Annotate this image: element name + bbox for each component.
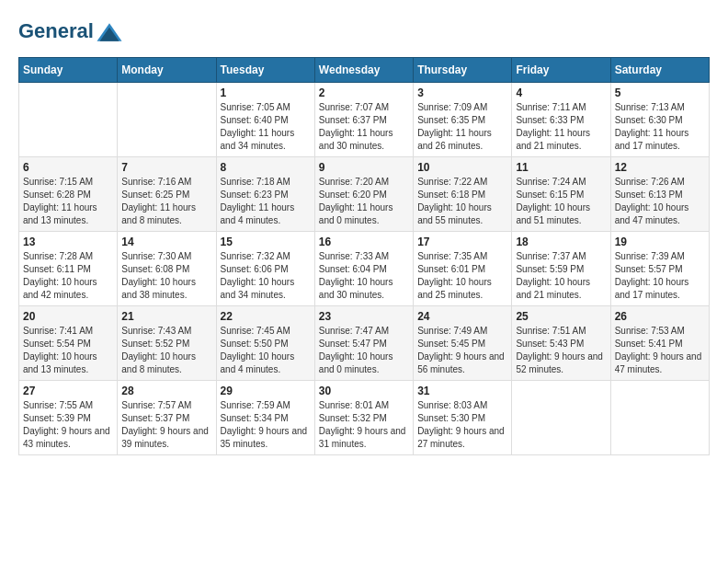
day-number: 11 — [516, 161, 606, 174]
day-number: 12 — [615, 161, 705, 174]
weekday-header-saturday: Saturday — [610, 58, 709, 83]
calendar-cell: 10Sunrise: 7:22 AM Sunset: 6:18 PM Dayli… — [414, 157, 512, 232]
calendar-cell: 9Sunrise: 7:20 AM Sunset: 6:20 PM Daylig… — [314, 157, 413, 232]
calendar-cell: 15Sunrise: 7:32 AM Sunset: 6:06 PM Dayli… — [216, 232, 314, 306]
calendar-cell: 12Sunrise: 7:26 AM Sunset: 6:13 PM Dayli… — [610, 157, 709, 232]
calendar-cell: 29Sunrise: 7:59 AM Sunset: 5:34 PM Dayli… — [216, 381, 314, 455]
calendar-cell: 8Sunrise: 7:18 AM Sunset: 6:23 PM Daylig… — [216, 157, 314, 232]
day-info: Sunrise: 7:35 AM Sunset: 6:01 PM Dayligh… — [417, 250, 507, 302]
day-info: Sunrise: 7:32 AM Sunset: 6:06 PM Dayligh… — [221, 250, 311, 302]
day-number: 7 — [121, 161, 211, 174]
day-info: Sunrise: 7:57 AM Sunset: 5:37 PM Dayligh… — [121, 399, 211, 451]
day-info: Sunrise: 7:39 AM Sunset: 5:57 PM Dayligh… — [615, 250, 705, 302]
calendar-cell: 2Sunrise: 7:07 AM Sunset: 6:37 PM Daylig… — [314, 83, 413, 157]
day-info: Sunrise: 7:13 AM Sunset: 6:30 PM Dayligh… — [615, 101, 705, 153]
day-info: Sunrise: 7:45 AM Sunset: 5:50 PM Dayligh… — [221, 325, 311, 376]
day-number: 19 — [615, 236, 705, 248]
calendar-cell: 6Sunrise: 7:15 AM Sunset: 6:28 PM Daylig… — [19, 157, 118, 232]
day-info: Sunrise: 7:28 AM Sunset: 6:11 PM Dayligh… — [23, 250, 113, 302]
day-info: Sunrise: 7:20 AM Sunset: 6:20 PM Dayligh… — [319, 176, 409, 227]
day-number: 5 — [615, 86, 705, 99]
calendar-cell: 26Sunrise: 7:53 AM Sunset: 5:41 PM Dayli… — [610, 306, 709, 381]
calendar-cell: 11Sunrise: 7:24 AM Sunset: 6:15 PM Dayli… — [512, 157, 610, 232]
calendar-cell: 22Sunrise: 7:45 AM Sunset: 5:50 PM Dayli… — [216, 306, 314, 381]
calendar-cell: 25Sunrise: 7:51 AM Sunset: 5:43 PM Dayli… — [512, 306, 610, 381]
day-info: Sunrise: 8:03 AM Sunset: 5:30 PM Dayligh… — [417, 399, 507, 451]
day-info: Sunrise: 7:41 AM Sunset: 5:54 PM Dayligh… — [23, 325, 113, 376]
day-number: 24 — [417, 310, 507, 323]
calendar-cell: 21Sunrise: 7:43 AM Sunset: 5:52 PM Dayli… — [118, 306, 216, 381]
calendar-cell: 31Sunrise: 8:03 AM Sunset: 5:30 PM Dayli… — [414, 381, 512, 455]
day-info: Sunrise: 7:24 AM Sunset: 6:15 PM Dayligh… — [516, 176, 606, 227]
day-info: Sunrise: 7:30 AM Sunset: 6:08 PM Dayligh… — [121, 250, 211, 302]
day-number: 10 — [417, 161, 507, 174]
day-info: Sunrise: 7:09 AM Sunset: 6:35 PM Dayligh… — [417, 101, 507, 153]
day-number: 8 — [221, 161, 311, 174]
day-info: Sunrise: 7:51 AM Sunset: 5:43 PM Dayligh… — [516, 325, 606, 376]
day-number: 4 — [516, 86, 606, 99]
day-number: 23 — [319, 310, 409, 323]
logo-text: General — [18, 18, 123, 46]
day-number: 17 — [417, 236, 507, 248]
day-number: 20 — [23, 310, 113, 323]
day-info: Sunrise: 7:16 AM Sunset: 6:25 PM Dayligh… — [121, 176, 211, 227]
day-number: 18 — [516, 236, 606, 248]
day-info: Sunrise: 7:11 AM Sunset: 6:33 PM Dayligh… — [516, 101, 606, 153]
calendar-cell: 28Sunrise: 7:57 AM Sunset: 5:37 PM Dayli… — [118, 381, 216, 455]
calendar-cell: 27Sunrise: 7:55 AM Sunset: 5:39 PM Dayli… — [19, 381, 118, 455]
day-number: 21 — [121, 310, 211, 323]
day-number: 30 — [319, 385, 409, 397]
day-info: Sunrise: 8:01 AM Sunset: 5:32 PM Dayligh… — [319, 399, 409, 451]
calendar-cell: 16Sunrise: 7:33 AM Sunset: 6:04 PM Dayli… — [314, 232, 413, 306]
day-number: 26 — [615, 310, 705, 323]
day-info: Sunrise: 7:05 AM Sunset: 6:40 PM Dayligh… — [221, 101, 311, 153]
calendar-cell — [512, 381, 610, 455]
day-number: 13 — [23, 236, 113, 248]
day-info: Sunrise: 7:18 AM Sunset: 6:23 PM Dayligh… — [221, 176, 311, 227]
day-number: 25 — [516, 310, 606, 323]
weekday-header-sunday: Sunday — [19, 58, 118, 83]
calendar-cell: 30Sunrise: 8:01 AM Sunset: 5:32 PM Dayli… — [314, 381, 413, 455]
day-info: Sunrise: 7:47 AM Sunset: 5:47 PM Dayligh… — [319, 325, 409, 376]
logo: General — [18, 18, 123, 42]
day-number: 14 — [121, 236, 211, 248]
day-number: 15 — [221, 236, 311, 248]
weekday-header-thursday: Thursday — [414, 58, 512, 83]
calendar-cell — [118, 83, 216, 157]
calendar-cell: 14Sunrise: 7:30 AM Sunset: 6:08 PM Dayli… — [118, 232, 216, 306]
day-number: 16 — [319, 236, 409, 248]
day-number: 28 — [121, 385, 211, 397]
day-info: Sunrise: 7:26 AM Sunset: 6:13 PM Dayligh… — [615, 176, 705, 227]
calendar-cell — [610, 381, 709, 455]
day-info: Sunrise: 7:33 AM Sunset: 6:04 PM Dayligh… — [319, 250, 409, 302]
day-info: Sunrise: 7:15 AM Sunset: 6:28 PM Dayligh… — [23, 176, 113, 227]
day-number: 2 — [319, 86, 409, 99]
calendar-table: SundayMondayTuesdayWednesdayThursdayFrid… — [18, 57, 710, 455]
calendar-cell: 18Sunrise: 7:37 AM Sunset: 5:59 PM Dayli… — [512, 232, 610, 306]
calendar-cell: 17Sunrise: 7:35 AM Sunset: 6:01 PM Dayli… — [414, 232, 512, 306]
calendar-cell: 23Sunrise: 7:47 AM Sunset: 5:47 PM Dayli… — [314, 306, 413, 381]
calendar-cell: 19Sunrise: 7:39 AM Sunset: 5:57 PM Dayli… — [610, 232, 709, 306]
day-number: 6 — [23, 161, 113, 174]
page-header: General — [18, 18, 710, 42]
weekday-header-friday: Friday — [512, 58, 610, 83]
day-info: Sunrise: 7:22 AM Sunset: 6:18 PM Dayligh… — [417, 176, 507, 227]
day-number: 27 — [23, 385, 113, 397]
calendar-cell: 1Sunrise: 7:05 AM Sunset: 6:40 PM Daylig… — [216, 83, 314, 157]
day-number: 22 — [221, 310, 311, 323]
calendar-cell: 20Sunrise: 7:41 AM Sunset: 5:54 PM Dayli… — [19, 306, 118, 381]
calendar-cell: 24Sunrise: 7:49 AM Sunset: 5:45 PM Dayli… — [414, 306, 512, 381]
day-info: Sunrise: 7:43 AM Sunset: 5:52 PM Dayligh… — [121, 325, 211, 376]
weekday-header-tuesday: Tuesday — [216, 58, 314, 83]
calendar-cell: 13Sunrise: 7:28 AM Sunset: 6:11 PM Dayli… — [19, 232, 118, 306]
day-info: Sunrise: 7:55 AM Sunset: 5:39 PM Dayligh… — [23, 399, 113, 451]
calendar-cell: 3Sunrise: 7:09 AM Sunset: 6:35 PM Daylig… — [414, 83, 512, 157]
day-info: Sunrise: 7:53 AM Sunset: 5:41 PM Dayligh… — [615, 325, 705, 376]
calendar-cell: 7Sunrise: 7:16 AM Sunset: 6:25 PM Daylig… — [118, 157, 216, 232]
day-info: Sunrise: 7:49 AM Sunset: 5:45 PM Dayligh… — [417, 325, 507, 376]
calendar-cell: 4Sunrise: 7:11 AM Sunset: 6:33 PM Daylig… — [512, 83, 610, 157]
weekday-header-monday: Monday — [118, 58, 216, 83]
day-number: 9 — [319, 161, 409, 174]
day-number: 1 — [221, 86, 311, 99]
day-number: 29 — [221, 385, 311, 397]
